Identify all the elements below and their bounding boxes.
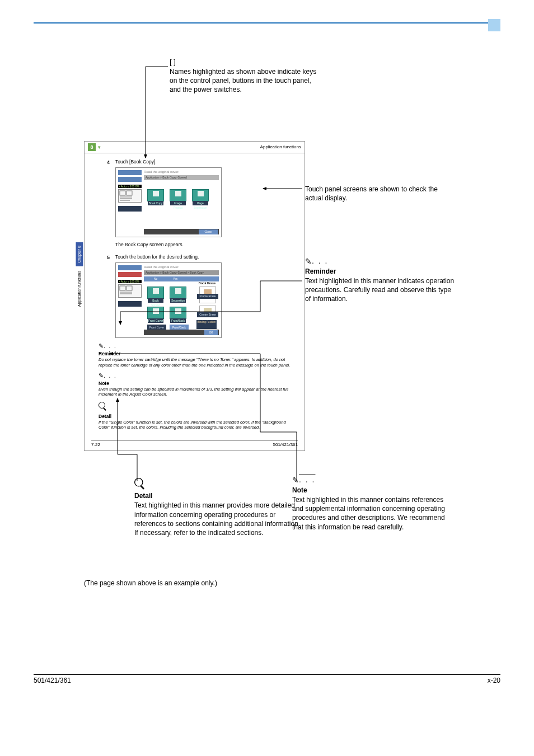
header-title: Application functions	[260, 144, 301, 151]
callout-brackets: [ ] Names highlighted as shown above ind…	[170, 57, 321, 94]
callout-body: Text highlighted in this manner contains…	[292, 495, 449, 532]
callout-body: Text highlighted in this manner provides…	[134, 501, 305, 537]
step-number: 5	[107, 254, 110, 261]
callout-title: Note	[292, 486, 449, 495]
sample-page: Chapter 8 Application functions 8 ▾ Appl…	[84, 141, 305, 451]
touch-panel-screenshot-1: Read the original cover. Application > B…	[115, 167, 222, 237]
svg-rect-5	[120, 286, 125, 290]
step-result: The Book Copy screen appears.	[115, 242, 294, 248]
example-disclaimer: (The page shown above is an example only…	[84, 579, 217, 588]
chapter-number: 8	[88, 143, 96, 151]
section-marker	[488, 19, 500, 31]
touch-panel-screenshot-2: Read the original cover. Application > B…	[115, 262, 222, 338]
callout-title: Detail	[134, 491, 305, 500]
note-title: Reminder	[99, 351, 294, 357]
sample-page-model: 501/421/361	[273, 442, 298, 448]
note-body: Even though the setting can be specified…	[99, 387, 294, 397]
note-body: Do not replace the toner cartridge until…	[99, 357, 294, 368]
step-text: Touch the button for the desired setting…	[115, 254, 294, 260]
page-number: x-20	[488, 676, 500, 685]
side-tab-section: Application functions	[76, 266, 83, 311]
note-body: If the "Single Color" function is set, t…	[99, 420, 294, 430]
svg-rect-0	[120, 191, 125, 195]
chapter-arrow-icon: ▾	[98, 144, 101, 151]
callout-body: Text highlighted in this manner indicate…	[305, 276, 456, 304]
hand-icon: ✎	[99, 373, 104, 379]
svg-rect-1	[127, 191, 132, 195]
callout-detail: Detail Text highlighted in this manner p…	[134, 478, 305, 537]
hand-icon: ✎	[305, 256, 312, 267]
hand-icon: ✎	[292, 475, 299, 486]
callout-screens: Touch panel screens are shown to check t…	[305, 185, 456, 203]
bracket-symbol: [ ]	[170, 57, 321, 67]
hand-icon: ✎	[99, 343, 104, 349]
step-number: 4	[107, 159, 110, 166]
note-title: Note	[99, 381, 294, 387]
magnifier-icon	[99, 402, 107, 411]
callout-note: ✎. . . Note Text highlighted in this man…	[292, 475, 449, 532]
note-title: Detail	[99, 414, 294, 420]
step-text: Touch [Book Copy].	[115, 159, 294, 165]
callout-reminder: ✎. . . Reminder Text highlighted in this…	[305, 256, 456, 304]
callout-title: Reminder	[305, 267, 456, 276]
svg-rect-6	[127, 286, 132, 290]
magnifier-icon	[134, 478, 146, 490]
side-tab-chapter: Chapter 8	[76, 242, 83, 266]
callout-body: Names highlighted as shown above indicat…	[170, 67, 321, 95]
page-model: 501/421/361	[34, 676, 71, 685]
sample-page-num: 7-22	[91, 442, 100, 448]
